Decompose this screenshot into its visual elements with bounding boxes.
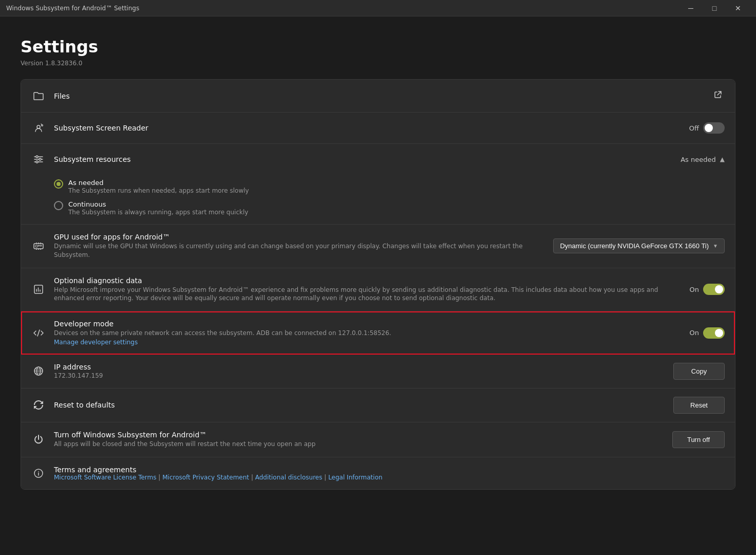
terms-text: Terms and agreements Microsoft Software … — [54, 466, 725, 481]
subsystem-resources-header[interactable]: Subsystem resources As needed ▲ — [31, 152, 725, 166]
turn-off-text: Turn off Windows Subsystem for Android™ … — [54, 431, 664, 449]
screen-reader-setting: Subsystem Screen Reader Off — [21, 113, 735, 144]
developer-text: Developer mode Devices on the same priva… — [54, 320, 682, 346]
screen-reader-text: Subsystem Screen Reader — [54, 124, 681, 132]
sliders-icon — [31, 152, 46, 166]
svg-point-29 — [38, 471, 39, 472]
terms-link-4[interactable]: Legal Information — [328, 474, 382, 481]
settings-list: Files Subsystem Screen Reader Off — [21, 79, 735, 490]
diagnostic-toggle[interactable] — [703, 284, 725, 295]
info-icon — [31, 466, 46, 480]
ip-control: Copy — [673, 363, 725, 380]
copy-button[interactable]: Copy — [673, 363, 725, 380]
diagnostic-icon — [31, 282, 46, 297]
files-setting[interactable]: Files — [21, 80, 735, 113]
subsystem-resources-value: As needed ▲ — [681, 156, 725, 163]
title-bar-controls: ─ □ ✕ — [679, 0, 750, 16]
svg-rect-10 — [39, 245, 40, 246]
subsystem-resources-setting: Subsystem resources As needed ▲ As neede… — [21, 144, 735, 225]
title-bar: Windows Subsystem for Android™ Settings … — [0, 0, 756, 16]
developer-icon — [31, 326, 46, 340]
svg-point-0 — [37, 125, 40, 128]
terms-link-2[interactable]: Microsoft Privacy Statement — [162, 474, 249, 481]
ip-address-setting: IP address 172.30.147.159 Copy — [21, 355, 735, 388]
developer-mode-setting: Developer mode Devices on the same priva… — [21, 311, 735, 355]
reset-control: Reset — [673, 397, 725, 414]
maximize-button[interactable]: □ — [703, 0, 726, 16]
svg-point-6 — [39, 158, 41, 160]
reset-button[interactable]: Reset — [673, 397, 725, 414]
version-label: Version 1.8.32836.0 — [21, 60, 735, 67]
dropdown-arrow-icon: ▼ — [713, 243, 718, 249]
resource-options: As needed The Subsystem runs when needed… — [31, 179, 725, 216]
svg-point-5 — [36, 156, 38, 158]
minimize-button[interactable]: ─ — [679, 0, 703, 16]
power-icon — [31, 432, 46, 447]
continuous-option[interactable]: Continuous The Subsystem is always runni… — [54, 200, 725, 216]
screen-reader-toggle[interactable] — [703, 122, 725, 134]
gpu-setting: GPU used for apps for Android™ Dynamic w… — [21, 225, 735, 268]
page-title: Settings — [21, 37, 735, 57]
diagnostic-control: On — [690, 284, 725, 295]
gpu-control: Dynamic (currently NVIDIA GeForce GTX 16… — [553, 238, 725, 253]
folder-icon — [31, 89, 46, 103]
diagnostic-setting: Optional diagnostic data Help Microsoft … — [21, 268, 735, 312]
developer-mode-toggle[interactable] — [703, 327, 725, 339]
terms-links: Microsoft Software License Terms | Micro… — [54, 474, 725, 481]
gpu-icon — [31, 239, 46, 253]
turn-off-control: Turn off — [672, 431, 725, 448]
ip-icon — [31, 364, 46, 378]
reset-icon — [31, 398, 46, 412]
screen-reader-icon — [31, 121, 46, 135]
as-needed-radio[interactable] — [54, 179, 63, 189]
files-external-link-button[interactable] — [711, 88, 725, 104]
svg-point-7 — [36, 161, 38, 163]
gpu-dropdown[interactable]: Dynamic (currently NVIDIA GeForce GTX 16… — [553, 238, 725, 253]
terms-link-3[interactable]: Additional disclosures — [255, 474, 323, 481]
reset-setting: Reset to defaults Reset — [21, 388, 735, 422]
main-content: Settings Version 1.8.32836.0 Files — [0, 16, 756, 505]
title-bar-text: Windows Subsystem for Android™ Settings — [6, 5, 139, 12]
svg-rect-9 — [35, 245, 37, 247]
turn-off-setting: Turn off Windows Subsystem for Android™ … — [21, 422, 735, 457]
as-needed-option[interactable]: As needed The Subsystem runs when needed… — [54, 179, 725, 194]
chevron-up-icon: ▲ — [720, 156, 725, 163]
diagnostic-text: Optional diagnostic data Help Microsoft … — [54, 276, 682, 303]
gpu-text: GPU used for apps for Android™ Dynamic w… — [54, 233, 545, 260]
terms-link-1[interactable]: Microsoft Software License Terms — [54, 474, 157, 481]
reset-text: Reset to defaults — [54, 401, 665, 409]
screen-reader-control: Off — [689, 122, 725, 134]
ip-text: IP address 172.30.147.159 — [54, 363, 665, 379]
close-button[interactable]: ✕ — [726, 0, 750, 16]
svg-rect-11 — [40, 245, 42, 246]
terms-setting: Terms and agreements Microsoft Software … — [21, 457, 735, 489]
developer-control: On — [690, 327, 725, 339]
files-label: Files — [54, 92, 703, 100]
continuous-radio[interactable] — [54, 201, 63, 210]
turn-off-button[interactable]: Turn off — [672, 431, 725, 448]
developer-settings-link[interactable]: Manage developer settings — [54, 339, 138, 346]
